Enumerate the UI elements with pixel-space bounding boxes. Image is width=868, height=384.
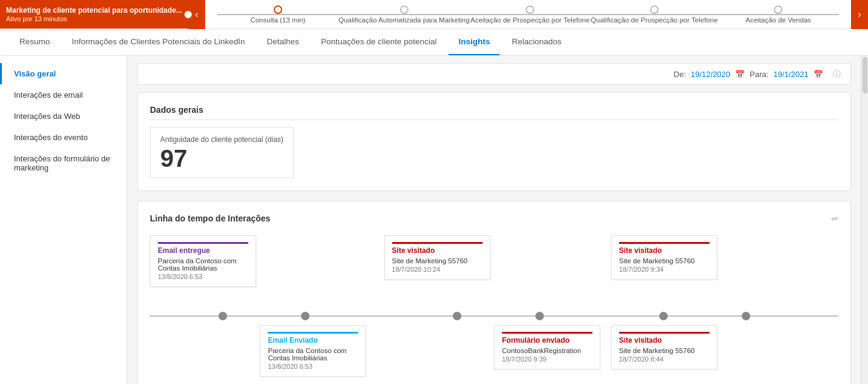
tab-detalhes[interactable]: Detalhes	[257, 29, 308, 55]
timeline-dot-0	[219, 312, 227, 320]
to-value: 19/1/2021	[773, 70, 809, 79]
pipeline-stage-aceitacao-vendas[interactable]: Aceitação de Vendas	[718, 5, 839, 24]
tab-pontuacoes[interactable]: Pontuações de cliente potencial	[311, 29, 447, 55]
scrollbar[interactable]	[861, 56, 868, 384]
dados-gerais-title: Dados gerais	[150, 105, 838, 120]
stage-label-qualificacao-telefone: Qualificação de Prospecção por Telefone	[591, 16, 717, 24]
stage-dot-qualificacao-telefone	[650, 5, 659, 14]
pipeline-stage-qualificacao-auto[interactable]: Qualificação Automatizada para Marketing	[339, 5, 470, 24]
stage-dot-aceitacao-prospeccao	[526, 5, 534, 14]
to-label: Para:	[750, 70, 768, 79]
event-card-bottom-2: Site visitadoSite de Marketing 5576018/7…	[611, 325, 717, 369]
event-type: Formulário enviado	[502, 332, 592, 345]
event-type: Site visitado	[619, 242, 710, 255]
stage-label-aceitacao-vendas: Aceitação de Vendas	[745, 16, 811, 24]
timeline-dot-4	[659, 312, 668, 320]
sidebar-item-evento[interactable]: Interações do evento	[0, 127, 127, 148]
stage-dot-aceitacao-vendas	[774, 5, 782, 14]
event-date: 18/7/2020 9:34	[619, 266, 710, 273]
event-type: Site visitado	[619, 332, 710, 345]
event-card-top-0: Email entregueParceria da Contoso com Co…	[150, 235, 256, 287]
event-type: Email Enviado	[268, 332, 358, 345]
timeline-header: Linha do tempo de Interações ⇌	[150, 214, 838, 223]
sidebar-item-email[interactable]: Interações de email	[0, 84, 127, 106]
pipeline-active-title: Marketing de cliente potencial para opor…	[6, 6, 182, 15]
from-value: 19/12/2020	[691, 70, 730, 79]
metric-label: Antiguidade do cliente potencial (dias)	[160, 135, 283, 144]
pipeline-stages: Consulta (13 min)Qualificação Automatiza…	[205, 5, 851, 24]
pipeline-stage-aceitacao-prospeccao[interactable]: Aceitação de Prospecção por Telefone	[470, 5, 591, 24]
pipeline-stage-consulta[interactable]: Consulta (13 min)	[217, 5, 338, 24]
stage-label-aceitacao-prospeccao: Aceitação de Prospecção por Telefone	[470, 16, 590, 24]
scrollbar-thumb[interactable]	[863, 57, 867, 93]
tab-insights[interactable]: Insights	[449, 29, 500, 55]
event-name: Parceria da Contoso com Contas Imobiliár…	[158, 257, 248, 272]
event-type: Email entregue	[158, 242, 248, 255]
metric-value: 97	[160, 146, 283, 170]
timeline-section: Linha do tempo de Interações ⇌ Email ent…	[137, 201, 851, 384]
metric-box-age: Antiguidade do cliente potencial (dias) …	[150, 127, 294, 178]
sidebar-item-web[interactable]: Interações da Web	[0, 106, 127, 127]
event-name: Site de Marketing 55760	[619, 257, 710, 264]
tab-relacionados[interactable]: Relacionados	[502, 29, 571, 55]
event-type: Site visitado	[392, 242, 483, 255]
tab-resumo[interactable]: Resumo	[10, 29, 59, 55]
event-date: 18/7/2020 9:39	[502, 355, 592, 363]
sidebar-item-formulario[interactable]: Interações do formulário de marketing	[0, 148, 127, 178]
pipeline-active-stage[interactable]: Marketing de cliente potencial para opor…	[0, 0, 188, 29]
timeline-title: Linha do tempo de Interações	[150, 214, 270, 223]
timeline-dot-1	[301, 312, 310, 320]
dados-gerais-section: Dados gerais Antiguidade do cliente pote…	[137, 92, 851, 191]
event-card-bottom-0: Email EnviadoParceria da Contoso com Con…	[260, 325, 366, 377]
main-content: Visão geralInterações de emailInterações…	[0, 56, 868, 384]
content-area: De: 19/12/2020 📅 Para: 19/1/2021 📅 ⓘ Dad…	[127, 56, 861, 384]
stage-dot-qualificacao-auto	[400, 5, 409, 14]
timeline-dot-5	[742, 312, 750, 320]
stage-label-consulta: Consulta (13 min)	[250, 16, 305, 24]
event-date: 18/7/2020 10:24	[392, 266, 483, 273]
event-date: 18/7/2020 8:44	[619, 355, 710, 363]
event-name: ContosoBankRegistration	[502, 347, 592, 354]
event-name: Site de Marketing 55760	[392, 257, 483, 264]
tabs-bar: ResumoInformações de Clientes Potenciais…	[0, 29, 868, 56]
pipeline-active-dot	[183, 9, 194, 20]
timeline-export-icon[interactable]: ⇌	[831, 214, 838, 223]
timeline-dot-2	[453, 312, 461, 320]
event-name: Parceria da Contoso com Contas Imobiliár…	[268, 347, 358, 362]
timeline-line	[150, 315, 838, 317]
pipeline-bar: Marketing de cliente potencial para opor…	[0, 0, 868, 29]
from-label: De:	[674, 70, 686, 79]
pipeline-next-button[interactable]: ›	[851, 0, 868, 29]
event-name: Site de Marketing 55760	[619, 347, 710, 354]
from-calendar-icon[interactable]: 📅	[735, 70, 745, 79]
stage-label-qualificacao-auto: Qualificação Automatizada para Marketing	[339, 16, 470, 24]
event-date: 13/8/2020 6:53	[268, 363, 358, 370]
stage-dot-consulta	[274, 5, 282, 14]
tab-linkedin[interactable]: Informações de Clientes Potenciais do Li…	[62, 29, 254, 55]
event-card-bottom-1: Formulário enviadoContosoBankRegistratio…	[494, 325, 600, 369]
sidebar: Visão geralInterações de emailInterações…	[0, 56, 127, 384]
to-calendar-icon[interactable]: 📅	[813, 70, 823, 79]
date-range-bar: De: 19/12/2020 📅 Para: 19/1/2021 📅 ⓘ	[137, 63, 851, 85]
timeline-dot-3	[535, 312, 544, 320]
event-date: 13/8/2020 6:53	[158, 273, 248, 280]
pipeline-active-subtitle: Ativo por 13 minutos	[6, 15, 182, 22]
event-card-top-1: Site visitadoSite de Marketing 5576018/7…	[384, 235, 490, 280]
timeline-full: Email entregueParceria da Contoso com Co…	[150, 235, 838, 381]
sidebar-item-visao-geral[interactable]: Visão geral	[0, 63, 127, 84]
info-icon[interactable]: ⓘ	[833, 69, 841, 79]
event-card-top-2: Site visitadoSite de Marketing 5576018/7…	[611, 235, 717, 280]
pipeline-stage-qualificacao-telefone[interactable]: Qualificação de Prospecção por Telefone	[591, 5, 717, 24]
